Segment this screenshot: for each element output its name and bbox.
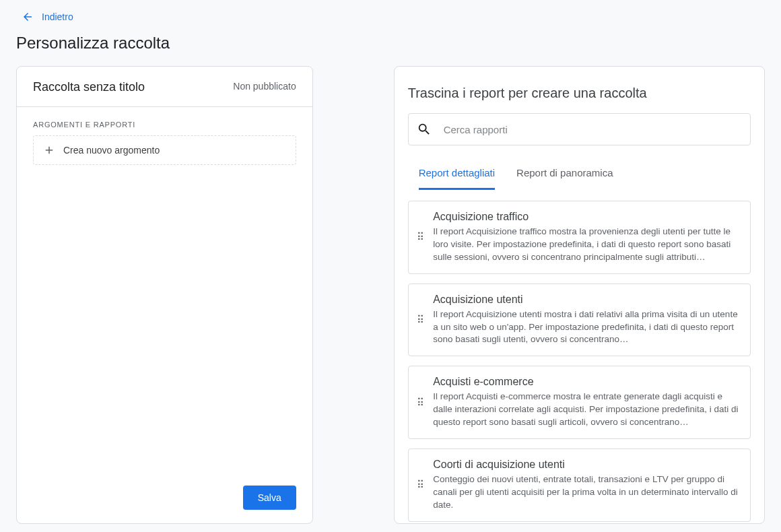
arrow-left-icon [22, 11, 34, 23]
section-label: ARGOMENTI E RAPPORTI [17, 107, 312, 135]
report-picker-title: Trascina i report per creare una raccolt… [395, 67, 764, 113]
collection-header: Raccolta senza titolo Non pubblicato [17, 67, 312, 107]
report-description: Il report Acquisizione utenti mostra i d… [433, 308, 741, 347]
search-input[interactable] [432, 124, 742, 135]
plus-icon [43, 144, 55, 156]
drag-handle-icon[interactable]: ⠿ [417, 483, 426, 487]
report-description: Il report Acquisti e-commerce mostra le … [433, 391, 741, 429]
back-label: Indietro [42, 11, 73, 22]
tab-detailed-reports[interactable]: Report dettagliati [419, 159, 495, 190]
save-button[interactable]: Salva [243, 486, 296, 510]
report-title: Acquisti e-commerce [433, 376, 741, 388]
drag-handle-icon[interactable]: ⠿ [417, 235, 426, 239]
report-picker-card: Trascina i report per creare una raccolt… [394, 66, 765, 524]
report-description: Conteggio dei nuovi utenti, entrate tota… [433, 473, 741, 512]
report-title: Coorti di acquisizione utenti [433, 459, 741, 471]
collection-status: Non pubblicato [233, 80, 296, 93]
report-item[interactable]: ⠿ Acquisizione traffico Il report Acquis… [408, 201, 751, 274]
create-topic-label: Crea nuovo argomento [63, 145, 160, 156]
tabs: Report dettagliati Report di panoramica [395, 159, 764, 190]
report-list: ⠿ Acquisizione traffico Il report Acquis… [395, 190, 764, 523]
back-link[interactable]: Indietro [0, 0, 90, 26]
report-item[interactable]: ⠿ Acquisti e-commerce Il report Acquisti… [408, 366, 751, 439]
search-icon [417, 122, 432, 137]
collection-title: Raccolta senza titolo [33, 80, 145, 94]
report-title: Acquisizione traffico [433, 211, 741, 223]
page-title: Personalizza raccolta [0, 26, 781, 66]
drag-handle-icon[interactable]: ⠿ [417, 401, 426, 405]
create-topic-button[interactable]: Crea nuovo argomento [33, 135, 296, 165]
report-description: Il report Acquisizione traffico mostra l… [433, 226, 741, 264]
tab-overview-reports[interactable]: Report di panoramica [516, 159, 613, 190]
report-item[interactable]: ⠿ Coorti di acquisizione utenti Conteggi… [408, 448, 751, 522]
collection-editor-card: Raccolta senza titolo Non pubblicato ARG… [16, 66, 313, 524]
report-title: Acquisizione utenti [433, 294, 741, 306]
report-item[interactable]: ⠿ Acquisizione utenti Il report Acquisiz… [408, 284, 751, 357]
search-box[interactable] [408, 113, 751, 145]
drag-handle-icon[interactable]: ⠿ [417, 318, 426, 322]
